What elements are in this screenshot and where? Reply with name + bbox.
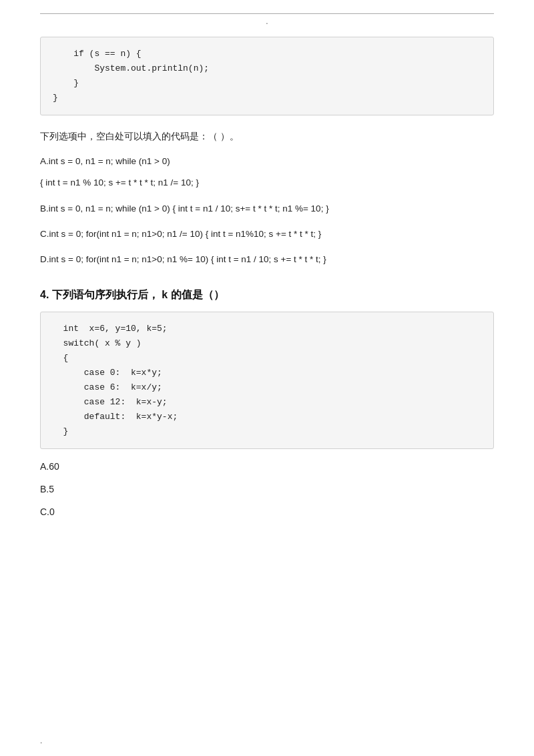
code-block-1: if (s == n) { System.out.println(n); } }	[40, 37, 494, 115]
bottom-dot: .	[40, 736, 42, 745]
q4-option-a: A.60	[40, 461, 494, 472]
option-b: B.int s = 0, n1 = n; while (n1 > 0) { in…	[40, 200, 494, 218]
option-a-line2: { int t = n1 % 10; s += t * t * t; n1 /=…	[40, 173, 494, 192]
option-a-line1: A.int s = 0, n1 = n; while (n1 > 0)	[40, 152, 494, 171]
top-dot: .	[40, 17, 494, 26]
top-divider	[40, 13, 494, 14]
option-d: D.int s = 0; for(int n1 = n; n1>0; n1 %=…	[40, 250, 494, 269]
question3-prompt: 下列选项中，空白处可以填入的代码是：（ ）。	[40, 127, 494, 145]
q4-option-c: C.0	[40, 506, 494, 517]
page-container: . if (s == n) { System.out.println(n); }…	[0, 0, 534, 556]
option-c: C.int s = 0; for(int n1 = n; n1>0; n1 /=…	[40, 225, 494, 244]
q4-option-b: B.5	[40, 484, 494, 494]
question4-title: 4. 下列语句序列执行后， k 的值是（）	[40, 288, 494, 302]
code-block-2: int x=6, y=10, k=5; switch( x % y ) { ca…	[40, 312, 494, 450]
